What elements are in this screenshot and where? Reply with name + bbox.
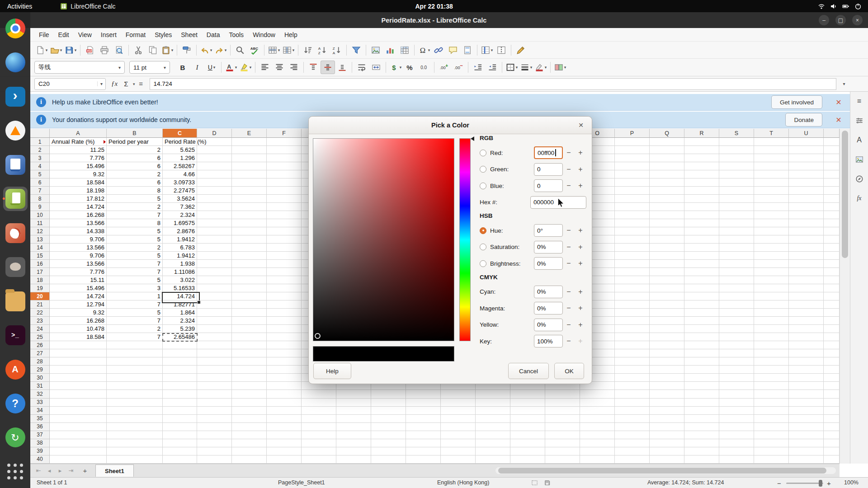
dock-gimp-item[interactable] (3, 255, 28, 279)
cell-P29[interactable] (615, 366, 650, 374)
paste-button[interactable]: ▾ (160, 43, 175, 57)
selection-mode-icon[interactable] (531, 479, 538, 486)
cell-J37[interactable] (406, 431, 441, 439)
yellow-minus-button[interactable]: − (563, 319, 575, 331)
cell-H36[interactable] (336, 423, 371, 431)
cell-E40[interactable] (232, 455, 267, 464)
cell-U33[interactable] (789, 399, 824, 407)
cut-button[interactable] (131, 43, 146, 57)
cell-P23[interactable] (615, 317, 650, 325)
cell-S27[interactable] (719, 349, 754, 357)
cell-E9[interactable] (232, 203, 267, 211)
headers-footers-button[interactable] (460, 43, 475, 57)
cell-S22[interactable] (719, 309, 754, 317)
row-header-7[interactable]: 7 (30, 187, 50, 195)
row-header-9[interactable]: 9 (30, 203, 50, 211)
cell-G32[interactable] (302, 390, 336, 398)
cell-C36[interactable] (163, 423, 197, 431)
cell-Q29[interactable] (650, 366, 684, 374)
cell-L36[interactable] (476, 423, 510, 431)
cell-R29[interactable] (684, 366, 719, 374)
cell-D10[interactable] (197, 211, 232, 219)
cell-O32[interactable] (580, 390, 615, 398)
cell-R30[interactable] (684, 374, 719, 382)
focused-app-indicator[interactable]: LibreOffice Calc (60, 3, 115, 10)
cell-A13[interactable]: 9.706 (50, 235, 107, 244)
cell-B7[interactable]: 8 (107, 187, 163, 195)
cell-A24[interactable]: 10.478 (50, 325, 107, 333)
cell-E37[interactable] (232, 431, 267, 439)
cell-C10[interactable]: 2.324 (163, 211, 197, 219)
cell-Q17[interactable] (650, 268, 684, 276)
cell-L34[interactable] (476, 407, 510, 415)
cell-H33[interactable] (336, 399, 371, 407)
dock-terminal-item[interactable] (3, 323, 28, 347)
cell-P25[interactable] (615, 333, 650, 341)
cell-D30[interactable] (197, 374, 232, 382)
cell-A16[interactable]: 13.566 (50, 260, 107, 268)
draw-functions-button[interactable] (514, 43, 528, 57)
cell-partial-10[interactable] (824, 211, 840, 219)
cell-B2[interactable]: 2 (107, 146, 163, 154)
cell-J34[interactable] (406, 407, 441, 415)
cell-Q7[interactable] (650, 187, 684, 195)
formula-input[interactable]: 14.724 (150, 78, 836, 90)
cell-E39[interactable] (232, 447, 267, 455)
redo-button[interactable]: ▾ (213, 43, 228, 57)
last-sheet-button[interactable]: ⇥ (66, 465, 76, 476)
row-header-22[interactable]: 22 (30, 309, 50, 317)
cell-D25[interactable] (197, 333, 232, 341)
cell-S32[interactable] (719, 390, 754, 398)
cell-L38[interactable] (476, 439, 510, 447)
cell-partial-23[interactable] (824, 317, 840, 325)
cell-E21[interactable] (232, 300, 267, 309)
add-decimal-button[interactable]: .00+ (437, 61, 451, 74)
magenta-plus-button[interactable]: + (575, 302, 586, 314)
cell-T2[interactable] (754, 146, 789, 154)
row-header-8[interactable]: 8 (30, 195, 50, 203)
cell-partial-32[interactable] (824, 390, 840, 398)
cell-J38[interactable] (406, 439, 441, 447)
cell-S20[interactable] (719, 292, 754, 300)
menu-help[interactable]: Help (280, 29, 302, 40)
document-modified-icon[interactable] (544, 479, 551, 486)
blue-minus-button[interactable]: − (563, 179, 575, 192)
cell-E12[interactable] (232, 227, 267, 235)
menu-format[interactable]: Format (121, 29, 150, 40)
cell-C20[interactable]: 14.724 (163, 292, 197, 300)
cell-D3[interactable] (197, 154, 232, 162)
vertical-scrollbar[interactable] (840, 129, 850, 464)
cell-P16[interactable] (615, 260, 650, 268)
cell-partial-31[interactable] (824, 382, 840, 390)
cell-partial-38[interactable] (824, 439, 840, 447)
cell-C18[interactable]: 3.022 (163, 276, 197, 284)
cell-T36[interactable] (754, 423, 789, 431)
cell-F14[interactable] (267, 244, 302, 252)
cell-U7[interactable] (789, 187, 824, 195)
cell-E25[interactable] (232, 333, 267, 341)
cell-C5[interactable]: 4.66 (163, 170, 197, 178)
cell-C6[interactable]: 3.09733 (163, 178, 197, 187)
cell-T20[interactable] (754, 292, 789, 300)
cell-P22[interactable] (615, 309, 650, 317)
row-header-33[interactable]: 33 (30, 399, 50, 407)
cell-C33[interactable] (163, 399, 197, 407)
cell-U26[interactable] (789, 341, 824, 349)
cell-F6[interactable] (267, 178, 302, 187)
cell-T38[interactable] (754, 439, 789, 447)
cell-U6[interactable] (789, 178, 824, 187)
cell-partial-8[interactable] (824, 195, 840, 203)
saturation-plus-button[interactable]: + (575, 241, 586, 253)
cell-A31[interactable] (50, 382, 107, 390)
cell-B35[interactable] (107, 415, 163, 423)
name-box[interactable]: C20 ▾ (34, 78, 106, 90)
cell-partial-5[interactable] (824, 170, 840, 178)
cell-B30[interactable] (107, 374, 163, 382)
cell-B12[interactable]: 5 (107, 227, 163, 235)
cell-A11[interactable]: 13.566 (50, 219, 107, 227)
cell-U20[interactable] (789, 292, 824, 300)
cell-S29[interactable] (719, 366, 754, 374)
center-vertically-button[interactable] (321, 61, 335, 74)
cell-T28[interactable] (754, 357, 789, 366)
cell-H40[interactable] (336, 455, 371, 464)
